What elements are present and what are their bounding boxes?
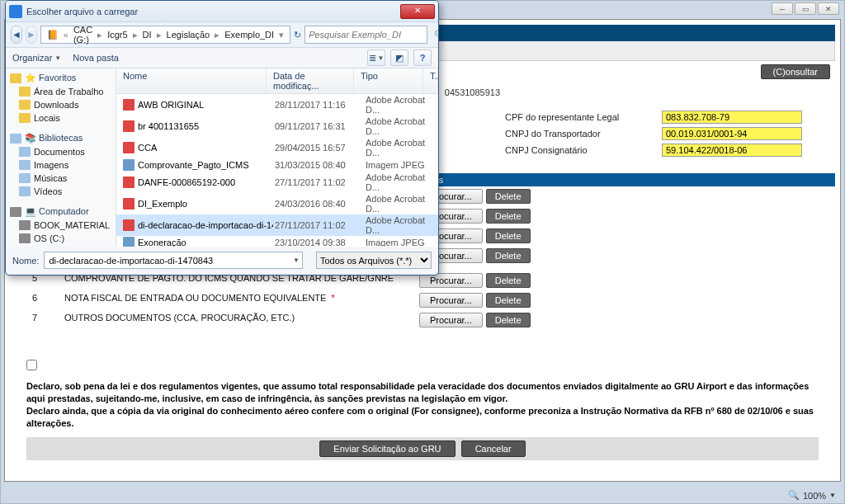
folder-tree[interactable]: ⭐ FavoritosÁrea de TrabalhoDownloadsLoca… bbox=[6, 68, 116, 247]
file-open-dialog: Escolher arquivo a carregar ✕ ◄ ► 📙«CAC … bbox=[5, 0, 439, 276]
cnpj-consig-value[interactable]: 59.104.422/0018-06 bbox=[662, 144, 802, 157]
zoom-value: 100% bbox=[803, 491, 826, 501]
organize-menu[interactable]: Organizar bbox=[12, 53, 52, 63]
new-folder-button[interactable]: Nova pasta bbox=[73, 53, 119, 63]
ie-icon bbox=[9, 5, 22, 18]
cancel-button[interactable]: Cancelar bbox=[461, 440, 526, 457]
declaration-checkbox[interactable] bbox=[26, 360, 37, 370]
close-button[interactable]: ✕ bbox=[818, 2, 839, 15]
awb-value: 04531085913 bbox=[445, 87, 500, 97]
search-input[interactable] bbox=[304, 26, 427, 44]
filetype-select[interactable]: Todos os Arquivos (*.*) bbox=[316, 252, 432, 269]
delete-button[interactable]: Delete bbox=[486, 248, 531, 263]
view-mode-button[interactable]: ≣▼ bbox=[367, 49, 385, 66]
delete-button[interactable]: Delete bbox=[486, 189, 531, 204]
file-row[interactable]: DANFE-000865192-00027/11/2017 11:02Adobe… bbox=[116, 172, 438, 193]
file-list-header[interactable]: Nome Data de modificaç... Tipo T... bbox=[116, 68, 438, 94]
minimize-button[interactable]: ─ bbox=[772, 2, 793, 15]
cpf-rep-value[interactable]: 083.832.708-79 bbox=[662, 111, 802, 124]
col-name[interactable]: Nome bbox=[116, 68, 267, 93]
dialog-toolbar: Organizar▼ Nova pasta ≣▼ ◩ ? bbox=[6, 47, 438, 68]
cpf-rep-label: CPF do representante Legal bbox=[505, 112, 662, 122]
maximize-button[interactable]: ▭ bbox=[795, 2, 816, 15]
file-row[interactable]: DI_Exemplo24/03/2016 08:40Adobe Acrobat … bbox=[116, 193, 438, 214]
consult-button[interactable]: (C)onsultar bbox=[761, 64, 830, 79]
delete-button[interactable]: Delete bbox=[486, 313, 531, 327]
cnpj-transp-value[interactable]: 00.019.031/0001-94 bbox=[662, 127, 802, 140]
delete-button[interactable]: Delete bbox=[486, 273, 531, 288]
file-row[interactable]: Exoneração23/10/2014 09:38Imagem JPEG bbox=[116, 236, 438, 247]
preview-pane-button[interactable]: ◩ bbox=[390, 49, 408, 66]
dialog-close-button[interactable]: ✕ bbox=[400, 4, 435, 19]
file-row[interactable]: br 400113165509/11/2017 16:31Adobe Acrob… bbox=[116, 115, 438, 137]
dialog-title: Escolher arquivo a carregar bbox=[26, 7, 138, 16]
refresh-icon[interactable]: ↻ bbox=[294, 30, 301, 40]
send-button[interactable]: Enviar Solicitação ao GRU bbox=[319, 440, 455, 457]
file-row[interactable]: di-declaracao-de-importacao-di-147084327… bbox=[116, 214, 438, 236]
col-size[interactable]: T... bbox=[423, 68, 438, 93]
breadcrumb[interactable]: 📙«CAC (G:)▸Icgr5▸DI▸Legislação▸Exemplo_D… bbox=[40, 26, 290, 44]
filename-dropdown-icon[interactable]: ▼ bbox=[293, 257, 300, 264]
delete-button[interactable]: Delete bbox=[486, 228, 531, 243]
declaration-text: Declaro, sob pena da lei e dos regulamen… bbox=[10, 375, 835, 434]
dialog-buttons: Abrir ▾ Cancelar bbox=[6, 274, 438, 276]
cnpj-consig-label: CNPJ Consignatário bbox=[505, 145, 662, 155]
dialog-titlebar[interactable]: Escolher arquivo a carregar ✕ bbox=[6, 1, 438, 22]
dialog-footer: Nome: ▼ Todos os Arquivos (*.*) bbox=[6, 247, 438, 274]
cnpj-transp-label: CNPJ do Transportador bbox=[505, 129, 662, 139]
zoom-dropdown-icon[interactable]: ▼ bbox=[829, 492, 836, 499]
nav-fwd-button[interactable]: ► bbox=[26, 26, 37, 44]
file-row[interactable]: CCA29/04/2015 16:57Adobe Acrobat D... bbox=[116, 137, 438, 158]
delete-button[interactable]: Delete bbox=[486, 209, 531, 224]
nav-back-button[interactable]: ◄ bbox=[11, 26, 22, 44]
zoom-icon[interactable]: 🔍 bbox=[788, 490, 800, 501]
footer-buttons: Enviar Solicitação ao GRU Cancelar bbox=[26, 437, 819, 460]
path-bar: ◄ ► 📙«CAC (G:)▸Icgr5▸DI▸Legislação▸Exemp… bbox=[6, 22, 438, 47]
window-controls: ─ ▭ ✕ bbox=[772, 2, 839, 15]
file-row[interactable]: Comprovante_Pagto_ICMS31/03/2015 08:40Im… bbox=[116, 158, 438, 172]
col-type[interactable]: Tipo bbox=[354, 68, 423, 93]
browse-button[interactable]: Procurar... bbox=[419, 313, 483, 327]
col-date[interactable]: Data de modificaç... bbox=[267, 68, 354, 93]
filename-label: Nome: bbox=[12, 256, 39, 266]
file-row[interactable]: AWB ORIGINAL28/11/2017 11:16Adobe Acroba… bbox=[116, 94, 438, 115]
delete-button[interactable]: Delete bbox=[486, 293, 531, 308]
status-bar: 🔍 100% ▼ bbox=[788, 490, 836, 501]
file-list: Nome Data de modificaç... Tipo T... AWB … bbox=[116, 68, 438, 247]
help-button[interactable]: ? bbox=[413, 49, 432, 66]
browse-button[interactable]: Procurar... bbox=[419, 293, 483, 308]
search-icon[interactable]: 🔍 bbox=[431, 30, 439, 40]
filename-input[interactable] bbox=[44, 252, 303, 269]
